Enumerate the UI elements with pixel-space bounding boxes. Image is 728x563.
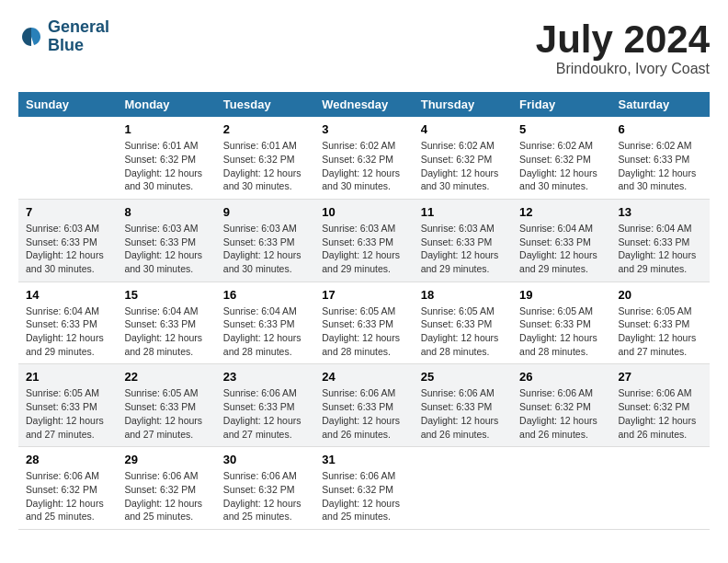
calendar-cell: 9Sunrise: 6:03 AM Sunset: 6:33 PM Daylig… bbox=[216, 199, 314, 282]
calendar-week-row: 14Sunrise: 6:04 AM Sunset: 6:33 PM Dayli… bbox=[18, 282, 710, 364]
day-number: 2 bbox=[223, 122, 307, 136]
calendar-cell bbox=[414, 447, 512, 530]
day-info: Sunrise: 6:02 AM Sunset: 6:32 PM Dayligh… bbox=[519, 139, 603, 193]
calendar-cell: 28Sunrise: 6:06 AM Sunset: 6:32 PM Dayli… bbox=[18, 447, 117, 530]
day-info: Sunrise: 6:03 AM Sunset: 6:33 PM Dayligh… bbox=[322, 222, 405, 276]
logo-icon bbox=[18, 24, 44, 50]
day-number: 13 bbox=[619, 205, 702, 219]
day-info: Sunrise: 6:05 AM Sunset: 6:33 PM Dayligh… bbox=[26, 386, 109, 441]
calendar-cell: 6Sunrise: 6:02 AM Sunset: 6:33 PM Daylig… bbox=[611, 117, 710, 199]
calendar-cell: 13Sunrise: 6:04 AM Sunset: 6:33 PM Dayli… bbox=[611, 199, 710, 282]
day-info: Sunrise: 6:05 AM Sunset: 6:33 PM Dayligh… bbox=[124, 386, 208, 441]
day-info: Sunrise: 6:05 AM Sunset: 6:33 PM Dayligh… bbox=[421, 304, 505, 359]
calendar-cell bbox=[512, 447, 610, 530]
weekday-header-friday: Friday bbox=[512, 92, 610, 117]
calendar-cell: 2Sunrise: 6:01 AM Sunset: 6:32 PM Daylig… bbox=[216, 117, 314, 199]
calendar-cell: 1Sunrise: 6:01 AM Sunset: 6:32 PM Daylig… bbox=[117, 117, 215, 199]
day-info: Sunrise: 6:06 AM Sunset: 6:32 PM Dayligh… bbox=[519, 386, 603, 441]
calendar-cell: 7Sunrise: 6:03 AM Sunset: 6:33 PM Daylig… bbox=[18, 199, 117, 282]
calendar-cell: 12Sunrise: 6:04 AM Sunset: 6:33 PM Dayli… bbox=[512, 199, 610, 282]
day-number: 7 bbox=[26, 205, 109, 219]
day-number: 20 bbox=[619, 288, 702, 302]
calendar-week-row: 21Sunrise: 6:05 AM Sunset: 6:33 PM Dayli… bbox=[18, 364, 710, 447]
location: Brindoukro, Ivory Coast bbox=[536, 61, 710, 77]
day-number: 9 bbox=[223, 205, 307, 219]
calendar-cell: 22Sunrise: 6:05 AM Sunset: 6:33 PM Dayli… bbox=[117, 364, 215, 447]
day-info: Sunrise: 6:06 AM Sunset: 6:32 PM Dayligh… bbox=[619, 386, 702, 441]
day-number: 4 bbox=[421, 122, 505, 136]
month-title: July 2024 bbox=[536, 18, 710, 61]
calendar-table: SundayMondayTuesdayWednesdayThursdayFrid… bbox=[18, 92, 710, 530]
calendar-cell: 10Sunrise: 6:03 AM Sunset: 6:33 PM Dayli… bbox=[314, 199, 413, 282]
day-number: 16 bbox=[223, 288, 307, 302]
day-info: Sunrise: 6:02 AM Sunset: 6:32 PM Dayligh… bbox=[421, 139, 505, 193]
weekday-header-row: SundayMondayTuesdayWednesdayThursdayFrid… bbox=[18, 92, 710, 117]
day-number: 31 bbox=[322, 453, 405, 466]
day-number: 26 bbox=[519, 370, 603, 384]
day-info: Sunrise: 6:06 AM Sunset: 6:33 PM Dayligh… bbox=[223, 386, 307, 441]
calendar-cell: 5Sunrise: 6:02 AM Sunset: 6:32 PM Daylig… bbox=[512, 117, 610, 199]
day-number: 19 bbox=[519, 288, 603, 302]
day-info: Sunrise: 6:03 AM Sunset: 6:33 PM Dayligh… bbox=[421, 222, 505, 276]
day-number: 22 bbox=[124, 370, 208, 384]
day-number: 11 bbox=[421, 205, 505, 219]
calendar-week-row: 28Sunrise: 6:06 AM Sunset: 6:32 PM Dayli… bbox=[18, 447, 710, 530]
calendar-cell: 21Sunrise: 6:05 AM Sunset: 6:33 PM Dayli… bbox=[18, 364, 117, 447]
calendar-cell: 17Sunrise: 6:05 AM Sunset: 6:33 PM Dayli… bbox=[314, 282, 413, 364]
day-info: Sunrise: 6:06 AM Sunset: 6:32 PM Dayligh… bbox=[223, 469, 307, 523]
day-number: 15 bbox=[124, 288, 208, 302]
calendar-cell: 25Sunrise: 6:06 AM Sunset: 6:33 PM Dayli… bbox=[414, 364, 512, 447]
weekday-header-monday: Monday bbox=[117, 92, 215, 117]
day-number: 17 bbox=[322, 288, 405, 302]
day-number: 1 bbox=[124, 122, 208, 136]
day-number: 3 bbox=[322, 122, 405, 136]
calendar-cell: 31Sunrise: 6:06 AM Sunset: 6:32 PM Dayli… bbox=[314, 447, 413, 530]
calendar-cell: 30Sunrise: 6:06 AM Sunset: 6:32 PM Dayli… bbox=[216, 447, 314, 530]
day-info: Sunrise: 6:06 AM Sunset: 6:33 PM Dayligh… bbox=[322, 386, 405, 441]
day-number: 27 bbox=[619, 370, 702, 384]
day-number: 14 bbox=[26, 288, 109, 302]
calendar-cell: 14Sunrise: 6:04 AM Sunset: 6:33 PM Dayli… bbox=[18, 282, 117, 364]
day-info: Sunrise: 6:03 AM Sunset: 6:33 PM Dayligh… bbox=[124, 222, 208, 276]
calendar-cell: 15Sunrise: 6:04 AM Sunset: 6:33 PM Dayli… bbox=[117, 282, 215, 364]
day-info: Sunrise: 6:06 AM Sunset: 6:32 PM Dayligh… bbox=[26, 469, 109, 523]
day-info: Sunrise: 6:05 AM Sunset: 6:33 PM Dayligh… bbox=[519, 304, 603, 359]
day-info: Sunrise: 6:04 AM Sunset: 6:33 PM Dayligh… bbox=[619, 222, 702, 276]
calendar-cell: 23Sunrise: 6:06 AM Sunset: 6:33 PM Dayli… bbox=[216, 364, 314, 447]
day-number: 21 bbox=[26, 370, 109, 384]
day-info: Sunrise: 6:06 AM Sunset: 6:33 PM Dayligh… bbox=[421, 386, 505, 441]
calendar-cell: 29Sunrise: 6:06 AM Sunset: 6:32 PM Dayli… bbox=[117, 447, 215, 530]
day-info: Sunrise: 6:01 AM Sunset: 6:32 PM Dayligh… bbox=[223, 139, 307, 193]
calendar-cell bbox=[18, 117, 117, 199]
day-info: Sunrise: 6:05 AM Sunset: 6:33 PM Dayligh… bbox=[619, 304, 702, 359]
day-info: Sunrise: 6:04 AM Sunset: 6:33 PM Dayligh… bbox=[519, 222, 603, 276]
logo: General Blue bbox=[18, 18, 109, 55]
calendar-cell: 24Sunrise: 6:06 AM Sunset: 6:33 PM Dayli… bbox=[314, 364, 413, 447]
day-number: 5 bbox=[519, 122, 603, 136]
day-number: 18 bbox=[421, 288, 505, 302]
weekday-header-wednesday: Wednesday bbox=[314, 92, 413, 117]
day-number: 30 bbox=[223, 453, 307, 466]
day-number: 6 bbox=[619, 122, 702, 136]
day-info: Sunrise: 6:01 AM Sunset: 6:32 PM Dayligh… bbox=[124, 139, 208, 193]
day-info: Sunrise: 6:03 AM Sunset: 6:33 PM Dayligh… bbox=[26, 222, 109, 276]
day-number: 8 bbox=[124, 205, 208, 219]
day-info: Sunrise: 6:06 AM Sunset: 6:32 PM Dayligh… bbox=[322, 469, 405, 523]
day-info: Sunrise: 6:06 AM Sunset: 6:32 PM Dayligh… bbox=[124, 469, 208, 523]
day-info: Sunrise: 6:05 AM Sunset: 6:33 PM Dayligh… bbox=[322, 304, 405, 359]
calendar-cell: 3Sunrise: 6:02 AM Sunset: 6:32 PM Daylig… bbox=[314, 117, 413, 199]
calendar-cell: 8Sunrise: 6:03 AM Sunset: 6:33 PM Daylig… bbox=[117, 199, 215, 282]
day-info: Sunrise: 6:04 AM Sunset: 6:33 PM Dayligh… bbox=[223, 304, 307, 359]
weekday-header-tuesday: Tuesday bbox=[216, 92, 314, 117]
calendar-cell: 19Sunrise: 6:05 AM Sunset: 6:33 PM Dayli… bbox=[512, 282, 610, 364]
day-info: Sunrise: 6:02 AM Sunset: 6:33 PM Dayligh… bbox=[619, 139, 702, 193]
day-number: 10 bbox=[322, 205, 405, 219]
calendar-cell: 27Sunrise: 6:06 AM Sunset: 6:32 PM Dayli… bbox=[611, 364, 710, 447]
day-info: Sunrise: 6:04 AM Sunset: 6:33 PM Dayligh… bbox=[124, 304, 208, 359]
day-number: 29 bbox=[124, 453, 208, 466]
day-number: 25 bbox=[421, 370, 505, 384]
calendar-cell: 26Sunrise: 6:06 AM Sunset: 6:32 PM Dayli… bbox=[512, 364, 610, 447]
calendar-cell: 20Sunrise: 6:05 AM Sunset: 6:33 PM Dayli… bbox=[611, 282, 710, 364]
day-number: 12 bbox=[519, 205, 603, 219]
calendar-cell: 16Sunrise: 6:04 AM Sunset: 6:33 PM Dayli… bbox=[216, 282, 314, 364]
